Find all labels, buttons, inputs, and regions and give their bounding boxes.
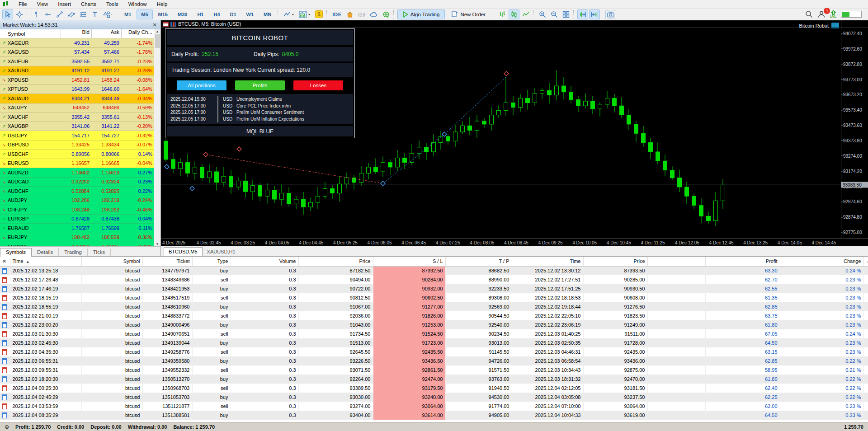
tab-trading[interactable]: Trading bbox=[59, 248, 88, 256]
symbol-row-xaugbp[interactable]: ↗XAUGBP3141.063141.22-0.20% bbox=[0, 122, 160, 131]
symbol-row-xauchf[interactable]: ↗XAUCHF3355.423355.61-0.13% bbox=[0, 112, 160, 122]
menu-item-tools[interactable]: Tools bbox=[101, 0, 123, 8]
robot-button-profits[interactable]: Profits bbox=[235, 80, 285, 90]
symbol-row-audjpy[interactable]: ↘AUDJPY102.206102.219-0.24% bbox=[0, 196, 160, 206]
menu-item-insert[interactable]: Insert bbox=[53, 0, 76, 8]
history-column-price[interactable]: Price bbox=[298, 257, 373, 266]
symbol-row-xauusd[interactable]: ↗XAUUSD4191.124191.27-0.28% bbox=[0, 66, 160, 76]
trendline-tool-button[interactable] bbox=[54, 9, 65, 19]
price-axis[interactable]: 94072.4093972.6093872.8093773.0093673.20… bbox=[841, 20, 868, 239]
menu-item-charts[interactable]: Charts bbox=[76, 0, 101, 8]
chart-tab-xauusdh1[interactable]: XAUUSD,H1 bbox=[203, 248, 240, 256]
cloud-button[interactable] bbox=[368, 9, 380, 19]
tab-details[interactable]: Details bbox=[32, 248, 59, 256]
new-order-button[interactable]: New Order bbox=[446, 9, 491, 19]
timeframe-w1-button[interactable]: W1 bbox=[242, 9, 259, 19]
shift-end-button[interactable] bbox=[577, 9, 588, 19]
crosshair-tool-button[interactable] bbox=[14, 9, 25, 19]
column-header-symbol[interactable]: Symbol bbox=[8, 31, 61, 37]
history-row[interactable]: 2025.12.04 03:53:59btcusd1351121877sell0… bbox=[0, 402, 868, 411]
symbol-row-gbpusd[interactable]: ↘GBPUSD1.334251.33434-0.07% bbox=[0, 141, 160, 150]
fibonacci-tool-button[interactable] bbox=[78, 9, 89, 19]
robot-button-losses[interactable]: Losses bbox=[293, 80, 343, 90]
text-tool-button[interactable] bbox=[90, 9, 100, 19]
history-row[interactable]: 2025.12.02 17:26:48btcusd1348349686sell0… bbox=[0, 275, 868, 284]
time-axis[interactable]: 4 Dec 20254 Dec 02:454 Dec 03:254 Dec 04… bbox=[161, 239, 868, 246]
history-row[interactable]: 2025.12.04 00:25:30btcusd1350968703sell0… bbox=[0, 384, 868, 393]
tab-symbols[interactable]: Symbols bbox=[0, 248, 32, 257]
symbol-row-eurjpy[interactable]: ↘EURJPY180.492180.509-0.36% bbox=[0, 233, 160, 243]
history-column-type[interactable]: Type bbox=[192, 257, 231, 266]
history-column-symbol[interactable]: Symbol bbox=[81, 257, 142, 266]
history-row[interactable]: 2025.12.03 01:30:30btcusd1349070651sell0… bbox=[0, 329, 868, 338]
history-row[interactable]: 2025.12.03 09:55:31btcusd1349552332sell0… bbox=[0, 365, 868, 375]
ide-button[interactable]: IDE bbox=[330, 9, 344, 19]
zoom-in-button[interactable] bbox=[537, 9, 548, 19]
timeframe-m1-button[interactable]: M1 bbox=[120, 9, 136, 19]
tile-windows-button[interactable] bbox=[561, 9, 571, 19]
vps-button[interactable] bbox=[381, 9, 392, 19]
cursor-tool-button[interactable] bbox=[2, 9, 13, 19]
history-row[interactable]: 2025.12.03 06:55:31btcusd1349359580buy0.… bbox=[0, 356, 868, 365]
timeframe-m5-button[interactable]: M5 bbox=[137, 9, 152, 19]
history-column-change[interactable]: Change bbox=[780, 257, 863, 266]
history-column-ticket[interactable]: Ticket bbox=[142, 257, 192, 266]
history-column-volume[interactable]: Volume bbox=[231, 257, 298, 266]
currency-button[interactable]: $ bbox=[313, 9, 325, 19]
symbol-row-eurchf[interactable]: ↘EURCHF0.933930.93405-0.02% bbox=[0, 242, 160, 246]
market-button[interactable] bbox=[344, 9, 355, 19]
candle-chart-mode-button[interactable] bbox=[509, 9, 519, 19]
symbol-row-usdchf[interactable]: ↗USDCHF0.800560.800660.14% bbox=[0, 150, 160, 159]
symbol-row-euraud[interactable]: ↗EURAUD1.765871.76599-0.11% bbox=[0, 224, 160, 233]
column-header-bid[interactable]: Bid bbox=[61, 29, 91, 38]
history-row[interactable]: 2025.12.02 18:15:19btcusd1348517519sell0… bbox=[0, 293, 868, 302]
symbol-row-xageur[interactable]: ↗XAGEUR49.23149.259-1.74% bbox=[0, 38, 160, 48]
scroll-down-icon[interactable]: ▼ bbox=[156, 242, 159, 246]
indicators-dropdown-button[interactable] bbox=[282, 9, 296, 19]
symbol-row-xaujpy[interactable]: ↘XAUJPY648452648486-0.59% bbox=[0, 103, 160, 113]
column-header-dailych[interactable]: Daily Ch... bbox=[121, 29, 154, 38]
history-column-sl[interactable]: S / L bbox=[373, 257, 445, 266]
algo-trading-button[interactable]: Algo Trading bbox=[397, 9, 445, 19]
history-row[interactable]: 2025.12.02 18:55:19btcusd1348610960buy0.… bbox=[0, 302, 868, 311]
timeframe-h4-button[interactable]: H4 bbox=[209, 9, 224, 19]
timeframe-m15-button[interactable]: M15 bbox=[154, 9, 172, 19]
chart-area[interactable]: BTCUSD, M5: Bitcoin (USD) Bitcoin Robot … bbox=[161, 20, 868, 256]
symbol-row-xagusd[interactable]: ↗XAGUSD57.43457.466-1.78% bbox=[0, 48, 160, 57]
signals-button[interactable]: ((•)) bbox=[356, 9, 367, 19]
market-watch-scrollbar[interactable]: ▲ ▼ bbox=[154, 29, 160, 246]
symbol-row-eurgbp[interactable]: ↗EURGBP0.874280.874380.04% bbox=[0, 215, 160, 224]
vertical-line-tool-button[interactable] bbox=[31, 9, 42, 19]
history-column-tp[interactable]: T / P bbox=[445, 257, 512, 266]
symbol-row-xaueur[interactable]: ↗XAUEUR3592.553592.71-0.23% bbox=[0, 57, 160, 66]
symbol-row-audchf[interactable]: ↘AUDCHF0.528840.528950.22% bbox=[0, 187, 160, 196]
timeframe-h1-button[interactable]: H1 bbox=[193, 9, 208, 19]
symbol-row-xpdusd[interactable]: ↘XPDUSD1452.811458.24-0.08% bbox=[0, 75, 160, 85]
history-row[interactable]: 2025.12.03 04:35:30btcusd1349258776sell0… bbox=[0, 347, 868, 356]
zoom-out-button[interactable] bbox=[549, 9, 560, 19]
menu-item-view[interactable]: View bbox=[32, 0, 53, 8]
toolbox-close-button[interactable]: ✕ bbox=[0, 257, 10, 266]
history-row[interactable]: 2025.12.03 02:45:30btcusd1349139044buy0.… bbox=[0, 338, 868, 347]
symbol-row-audcad[interactable]: ↘AUDCAD0.922920.923040.23% bbox=[0, 178, 160, 187]
channel-tool-button[interactable] bbox=[66, 9, 77, 19]
history-row[interactable]: 2025.12.02 21:00:19btcusd1348833772sell0… bbox=[0, 311, 868, 320]
symbol-row-audnzd[interactable]: ↘AUDNZD1.146021.146130.27% bbox=[0, 168, 160, 178]
history-column-time[interactable]: Time▲ bbox=[10, 257, 81, 266]
history-row[interactable]: 2025.12.04 02:45:29btcusd1351053703buy0.… bbox=[0, 393, 868, 402]
robot-button-all-positions[interactable]: All positions bbox=[177, 80, 226, 90]
horizontal-line-tool-button[interactable] bbox=[42, 9, 53, 19]
timeframe-m30-button[interactable]: M30 bbox=[173, 9, 192, 19]
bar-chart-mode-button[interactable] bbox=[497, 9, 508, 19]
timeframe-d1-button[interactable]: D1 bbox=[226, 9, 241, 19]
menu-item-window[interactable]: Window bbox=[123, 0, 152, 8]
timeframe-mn-button[interactable]: MN bbox=[259, 9, 276, 19]
history-row[interactable]: 2025.12.02 17:46:19btcusd1348421953buy0.… bbox=[0, 284, 868, 293]
history-row[interactable]: 2025.12.02 13:25:18btcusd1347797971buy0.… bbox=[0, 266, 868, 275]
symbol-row-xauaud[interactable]: ↗XAUAUD6344.216344.49-0.34% bbox=[0, 94, 160, 103]
symbol-row-usdjpy[interactable]: ↗USDJPY154.717154.727-0.32% bbox=[0, 131, 160, 141]
menu-item-file[interactable]: File bbox=[14, 0, 32, 8]
column-header-ask[interactable]: Ask bbox=[91, 29, 121, 38]
menu-item-help[interactable]: Help bbox=[152, 0, 173, 8]
history-row[interactable]: 2025.12.02 23:00:20btcusd1349000496buy0.… bbox=[0, 320, 868, 329]
